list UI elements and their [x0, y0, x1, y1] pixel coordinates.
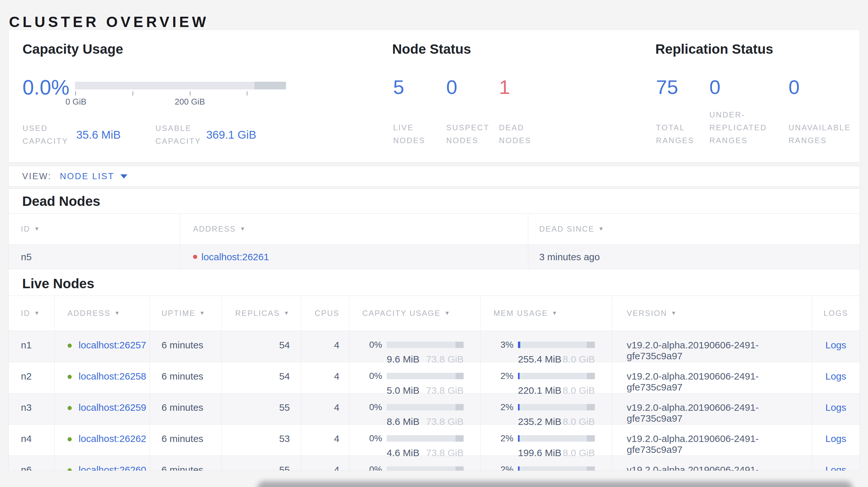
cluster-overview-page: CLUSTER OVERVIEW Capacity Usage 0.0% 0 G… — [0, 0, 868, 487]
sort-arrow-icon: ▼ — [34, 226, 40, 232]
usable-capacity-value: 369.1 GiB — [206, 128, 256, 141]
sort-arrow-icon: ▼ — [552, 310, 558, 317]
sort-arrow-icon: ▼ — [240, 226, 246, 232]
live-col-header-logs: LOGS — [812, 296, 860, 331]
live-node-capacity-cell: 0% 7.8 MiB 73.8 GiB — [349, 456, 480, 471]
sort-arrow-icon: ▼ — [34, 310, 40, 317]
mem-mini-bar — [518, 404, 595, 411]
dead-col-header-dead-since[interactable]: DEAD SINCE ▼ — [528, 214, 860, 245]
replication-status-title: Replication Status — [655, 41, 773, 57]
logs-link[interactable]: Logs — [825, 464, 846, 471]
view-label: VIEW: — [22, 171, 52, 182]
live-node-row: n3 localhost:26259 6 minutes 55 4 0% — [9, 393, 860, 425]
mem-dark-segment — [587, 373, 595, 379]
live-col-header-address[interactable]: ADDRESS ▼ — [55, 296, 150, 331]
live-node-logs-cell: Logs — [812, 331, 860, 362]
used-capacity-label: USED CAPACITY — [23, 122, 77, 148]
live-node-version: v19.2.0-alpha.20190606-2491-gfe735c9a97 — [612, 456, 812, 471]
live-node-mem-cell: 2% 225.5 MiB 8.0 GiB — [480, 456, 612, 471]
capacity-mini-bar — [387, 404, 464, 411]
capacity-dark-segment — [456, 466, 464, 471]
mem-mini-bar — [518, 435, 595, 442]
capacity-tick — [190, 91, 190, 96]
logs-link[interactable]: Logs — [825, 402, 846, 413]
live-node-logs-cell: Logs — [812, 425, 860, 455]
logs-link[interactable]: Logs — [825, 433, 846, 444]
capacity-tick-label-0: 0 GiB — [65, 97, 86, 107]
sort-arrow-icon: ▼ — [598, 226, 604, 232]
live-nodes-header-row: ID ▼ ADDRESS ▼ UPTIME ▼ REPLICAS ▼ CPUS — [9, 296, 860, 331]
total-ranges-label: TOTAL RANGES — [656, 121, 704, 147]
dead-node-row: n5 localhost:26261 3 minutes ago — [9, 245, 860, 269]
live-node-mem-cell: 2% 220.1 MiB 8.0 GiB — [480, 362, 612, 393]
capacity-percent-label: 0% — [362, 464, 382, 471]
mem-fill — [518, 466, 520, 471]
live-node-version: v19.2.0-alpha.20190606-2491-gfe735c9a97 — [612, 362, 812, 393]
logs-link[interactable]: Logs — [825, 340, 846, 351]
view-dropdown[interactable]: NODE LIST — [60, 171, 127, 182]
live-node-version: v19.2.0-alpha.20190606-2491-gfe735c9a97 — [612, 393, 812, 424]
live-col-header-replicas[interactable]: REPLICAS ▼ — [222, 296, 301, 331]
capacity-mini-bar — [387, 373, 464, 379]
dead-node-dead-since: 3 minutes ago — [528, 245, 860, 269]
view-dropdown-value[interactable]: NODE LIST — [60, 171, 115, 182]
mem-percent-label: 2% — [494, 402, 514, 412]
live-node-logs-cell: Logs — [812, 393, 860, 424]
dock-shadow — [257, 481, 852, 487]
dead-nodes-header-row: ID ▼ ADDRESS ▼ DEAD SINCE ▼ — [9, 214, 860, 245]
live-col-header-mem-usage[interactable]: MEM USAGE ▼ — [480, 296, 612, 331]
mem-fill — [518, 435, 520, 442]
live-col-header-uptime[interactable]: UPTIME ▼ — [150, 296, 222, 331]
dead-nodes-table: ID ▼ ADDRESS ▼ DEAD SINCE ▼ n5 — [9, 213, 860, 269]
live-status-dot-icon — [68, 344, 72, 348]
mem-dark-segment — [587, 466, 595, 471]
unavailable-ranges-label: UNAVAILABLE RANGES — [788, 121, 868, 147]
live-node-replicas: 53 — [222, 425, 301, 455]
live-node-cpus: 4 — [301, 425, 349, 455]
live-status-dot-icon — [68, 437, 72, 441]
live-col-header-capacity-usage[interactable]: CAPACITY USAGE ▼ — [349, 296, 480, 331]
mem-fill — [518, 373, 520, 379]
live-node-address-link[interactable]: localhost:26259 — [79, 402, 146, 413]
live-node-address-link[interactable]: localhost:26257 — [79, 340, 146, 350]
live-nodes-label: LIVE NODES — [393, 121, 441, 147]
mem-percent-label: 2% — [494, 464, 514, 471]
under-replicated-ranges-label: UNDER-REPLICATED RANGES — [709, 108, 783, 147]
total-ranges-count: 75 — [656, 75, 678, 98]
mem-dark-segment — [587, 404, 595, 411]
live-node-address-link[interactable]: localhost:26262 — [79, 433, 146, 444]
live-node-row: n2 localhost:26258 6 minutes 54 4 0% — [9, 362, 860, 393]
mem-percent-label: 3% — [494, 340, 514, 350]
overview-summary-card: Capacity Usage 0.0% 0 GiB 200 GiB USED C… — [8, 30, 860, 162]
live-nodes-heading: Live Nodes — [22, 276, 860, 292]
live-node-mem-cell: 2% 235.2 MiB 8.0 GiB — [480, 393, 612, 424]
live-node-cpus: 4 — [301, 362, 349, 393]
live-node-cpus: 4 — [301, 456, 349, 471]
dead-node-address-link[interactable]: localhost:26261 — [202, 252, 269, 262]
mem-percent-label: 2% — [494, 371, 514, 381]
sort-arrow-icon: ▼ — [445, 310, 451, 317]
live-node-logs-cell: Logs — [812, 456, 860, 471]
capacity-dark-segment — [456, 404, 464, 411]
live-node-row: n1 localhost:26257 6 minutes 54 4 0% — [9, 331, 860, 362]
dead-col-header-id[interactable]: ID ▼ — [9, 214, 180, 245]
mem-mini-bar — [518, 373, 595, 379]
live-col-header-cpus[interactable]: CPUS — [301, 296, 349, 331]
live-node-row: n6 localhost:26260 6 minutes 55 4 0% — [9, 456, 860, 471]
live-node-address-link[interactable]: localhost:26260 — [79, 464, 146, 471]
live-nodes-count: 5 — [393, 75, 404, 98]
live-node-replicas: 54 — [222, 331, 301, 362]
dead-col-header-address[interactable]: ADDRESS ▼ — [180, 214, 528, 245]
page-title: CLUSTER OVERVIEW — [9, 13, 209, 31]
live-node-id: n6 — [9, 456, 55, 471]
capacity-percent-label: 0% — [362, 433, 382, 444]
chevron-down-icon — [120, 174, 127, 178]
live-node-replicas: 55 — [222, 393, 301, 424]
live-node-row: n4 localhost:26262 6 minutes 53 4 0% — [9, 425, 860, 456]
live-node-address-link[interactable]: localhost:26258 — [79, 371, 146, 382]
logs-link[interactable]: Logs — [825, 371, 846, 382]
live-col-header-id[interactable]: ID ▼ — [9, 296, 55, 331]
live-col-header-version[interactable]: VERSION ▼ — [612, 296, 812, 331]
live-node-address-cell: localhost:26260 — [55, 456, 150, 471]
live-status-dot-icon — [68, 406, 72, 410]
